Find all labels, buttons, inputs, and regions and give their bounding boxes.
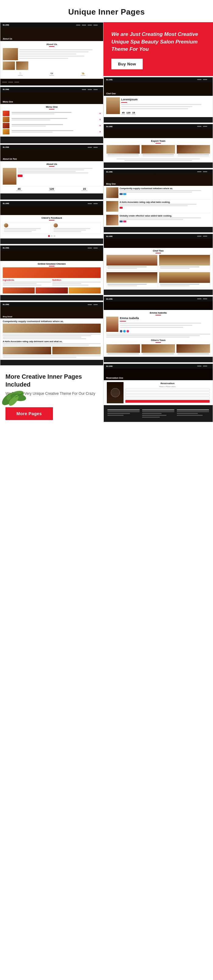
text-line bbox=[3, 357, 76, 358]
nav-items bbox=[197, 236, 207, 237]
chef2-role bbox=[160, 285, 189, 286]
nav-items bbox=[87, 248, 98, 248]
food-hero bbox=[0, 250, 103, 261]
ingredients-label: Ingredients bbox=[3, 279, 51, 281]
about-extra bbox=[3, 61, 101, 70]
cta-small bbox=[17, 175, 22, 177]
blog-one-label: Blog One bbox=[106, 183, 116, 185]
chef2-name bbox=[160, 284, 199, 285]
blog-one-footer bbox=[104, 227, 213, 232]
name-input[interactable] bbox=[126, 389, 210, 391]
person-divider bbox=[120, 321, 126, 321]
food-image bbox=[3, 111, 10, 116]
buy-now-button[interactable]: Buy Now bbox=[111, 59, 143, 69]
about-image bbox=[3, 48, 18, 60]
member-name bbox=[107, 154, 139, 155]
reservation-preview: BLUME Reservation One Reservation Make a… bbox=[103, 363, 213, 422]
member-name bbox=[107, 353, 139, 354]
logo: BLUME bbox=[106, 171, 113, 173]
person-name: Emma Isabella bbox=[120, 317, 210, 320]
stat-value: 120 bbox=[49, 187, 55, 190]
chef2-card bbox=[106, 255, 157, 271]
logo: BLUME bbox=[3, 89, 9, 90]
text-line bbox=[121, 104, 202, 105]
footer-link bbox=[142, 417, 160, 418]
text-line bbox=[3, 345, 89, 345]
price-indicator bbox=[100, 125, 101, 126]
date-input[interactable] bbox=[126, 394, 210, 396]
stats-row: 45 120 15 bbox=[3, 186, 101, 192]
blog-post-row: Globally create effective value added ta… bbox=[106, 215, 210, 225]
nav-bar: BLUME bbox=[0, 201, 103, 206]
cta-text: We are Just Creating Most Creative Uniqu… bbox=[111, 31, 205, 53]
other-member bbox=[176, 344, 210, 355]
price-dot bbox=[100, 119, 101, 120]
nav-bar: BLUME bbox=[104, 297, 213, 301]
more-pages-button[interactable]: More Pages bbox=[5, 407, 53, 420]
chef2-footer bbox=[104, 290, 213, 295]
member-img bbox=[106, 145, 140, 154]
feedback-section: Client's Feedback bbox=[0, 215, 103, 239]
bottom-dark-strip bbox=[0, 79, 103, 86]
social-share bbox=[119, 207, 210, 208]
menu-item-text bbox=[10, 112, 99, 115]
item-desc bbox=[11, 126, 46, 127]
food-divider bbox=[49, 266, 54, 266]
res-layout: Reservation Make a Reservation bbox=[107, 382, 210, 403]
footer-col-1 bbox=[107, 409, 140, 418]
footer-link bbox=[142, 415, 167, 416]
footer-text bbox=[107, 415, 124, 416]
nav-item bbox=[87, 304, 92, 305]
footer-col-3 bbox=[177, 409, 209, 418]
member-role bbox=[142, 156, 174, 156]
nav-items bbox=[82, 89, 98, 90]
feedback-avatar bbox=[54, 223, 58, 228]
nav-items bbox=[197, 171, 207, 172]
text-line bbox=[17, 169, 84, 170]
footer-col-2 bbox=[142, 409, 174, 418]
about2-row bbox=[3, 168, 101, 185]
food-detail-preview: BLUME Grilled Smoked Chicken Ingredients bbox=[0, 245, 103, 301]
nav-item bbox=[203, 171, 207, 172]
email-input[interactable] bbox=[126, 391, 210, 394]
nav-items bbox=[197, 366, 207, 366]
blog-detail-hero: Blog Detail bbox=[0, 307, 103, 318]
nav-bar: BLUME bbox=[104, 364, 213, 369]
reservation-hero: Reservation One bbox=[104, 369, 213, 380]
article-title-line: Competently supply customized initiative… bbox=[3, 320, 101, 323]
guests-input[interactable] bbox=[126, 397, 210, 399]
nav-item bbox=[197, 126, 202, 127]
text-line bbox=[52, 282, 101, 283]
nav-bar: BLUME bbox=[0, 245, 103, 250]
logo: BLUME bbox=[106, 298, 113, 300]
nav-item bbox=[203, 366, 207, 366]
nav-item bbox=[76, 25, 80, 25]
food-image bbox=[3, 129, 10, 134]
about2-section-title: About Us bbox=[3, 163, 101, 165]
menu-item-row bbox=[3, 111, 101, 116]
pagination-dots bbox=[3, 235, 101, 237]
text-line bbox=[119, 192, 192, 192]
blog-img bbox=[3, 347, 51, 354]
feedback-cards bbox=[3, 222, 101, 234]
nav-item bbox=[197, 171, 202, 172]
text-line bbox=[124, 160, 192, 161]
about-us-preview: BLUME About Us About Us bbox=[0, 22, 103, 86]
nav-item bbox=[87, 89, 92, 90]
emma-divider bbox=[156, 315, 161, 315]
nav-item bbox=[203, 126, 207, 127]
about2-body: About Us 45 bbox=[0, 161, 103, 193]
text-line bbox=[17, 171, 76, 172]
team-member-card bbox=[176, 145, 210, 157]
reservation-submit-button[interactable] bbox=[126, 400, 210, 403]
chef2-name bbox=[107, 284, 147, 285]
text-line bbox=[4, 231, 32, 232]
team-grid bbox=[106, 145, 210, 157]
logo: BLUME bbox=[3, 24, 9, 26]
menu-item-row bbox=[3, 123, 101, 128]
member-name bbox=[177, 353, 209, 354]
footer-link bbox=[177, 411, 209, 412]
left-column: BLUME About Us About Us bbox=[0, 22, 103, 426]
stat-item: 15 bbox=[81, 187, 87, 191]
logo: BLUME bbox=[3, 146, 9, 148]
